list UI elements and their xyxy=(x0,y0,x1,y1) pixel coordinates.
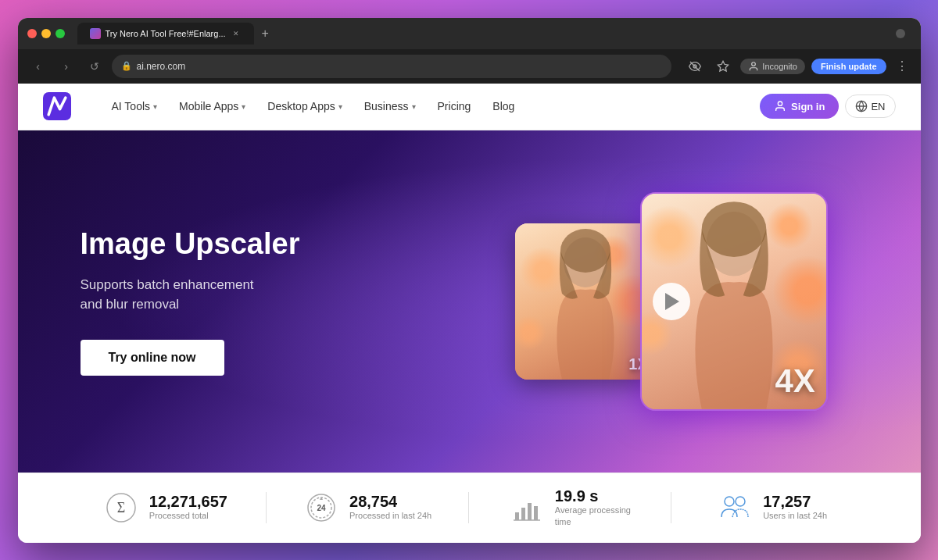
hero-right: 1X xyxy=(485,192,858,411)
svg-rect-19 xyxy=(528,503,532,520)
tab-favicon xyxy=(90,28,101,39)
chevron-down-icon: ▾ xyxy=(412,102,416,111)
svg-marker-2 xyxy=(718,61,729,71)
stats-bar: Σ 12,271,657 Processed total 24 xyxy=(18,473,921,543)
browser-window: Try Nero AI Tool Free!#Enlarg... ✕ + ‹ ›… xyxy=(18,18,921,543)
url-bar[interactable]: 🔒 ai.nero.com xyxy=(112,55,672,78)
traffic-lights xyxy=(27,29,65,38)
stat-number-users: 17,257 xyxy=(763,493,827,510)
back-button[interactable]: ‹ xyxy=(27,55,49,77)
signin-button[interactable]: Sign in xyxy=(760,94,839,119)
minimize-traffic-light[interactable] xyxy=(41,29,51,38)
sigma-icon: Σ xyxy=(104,490,138,525)
nav-right: Sign in EN xyxy=(760,94,895,119)
arrow-overlay xyxy=(653,283,690,320)
incognito-label: Incognito xyxy=(762,62,797,71)
nav-links: AI Tools ▾ Mobile Apps ▾ Desktop Apps ▾ … xyxy=(102,94,736,119)
nav-item-mobile-apps[interactable]: Mobile Apps ▾ xyxy=(170,94,255,119)
hero-subtitle: Supports batch enhancementand blur remov… xyxy=(81,275,454,315)
more-options-button[interactable]: ⋮ xyxy=(893,59,911,73)
eye-button[interactable] xyxy=(684,55,706,77)
chevron-down-icon: ▾ xyxy=(242,102,245,111)
users-icon xyxy=(718,490,752,525)
maximize-traffic-light[interactable] xyxy=(55,29,65,38)
image-comparison: 1X xyxy=(515,192,828,411)
stat-processed-total: Σ 12,271,657 Processed total xyxy=(65,490,267,525)
nav-item-desktop-apps[interactable]: Desktop Apps ▾ xyxy=(258,94,351,119)
browser-actions: Incognito Finish update ⋮ xyxy=(684,55,911,77)
stat-label-24h: Processed in last 24h xyxy=(349,510,431,522)
chart-icon xyxy=(510,490,544,525)
svg-rect-18 xyxy=(521,508,525,520)
address-bar: ‹ › ↺ 🔒 ai.nero.com xyxy=(18,49,921,84)
close-traffic-light[interactable] xyxy=(27,29,37,38)
svg-point-3 xyxy=(752,62,756,66)
stat-number-avg-time: 19.9 s xyxy=(555,487,631,505)
svg-point-5 xyxy=(778,102,782,105)
tab-title: Try Nero AI Tool Free!#Enlarg... xyxy=(106,29,226,38)
finish-update-button[interactable]: Finish update xyxy=(811,59,886,74)
svg-point-9 xyxy=(560,229,610,273)
title-bar: Try Nero AI Tool Free!#Enlarg... ✕ + xyxy=(18,18,921,49)
svg-text:Σ: Σ xyxy=(117,500,125,515)
nav-item-pricing[interactable]: Pricing xyxy=(428,94,481,119)
chevron-down-icon: ▾ xyxy=(338,102,342,111)
website-content: AI Tools ▾ Mobile Apps ▾ Desktop Apps ▾ … xyxy=(18,84,921,543)
hero-left: Image Upscaler Supports batch enhancemen… xyxy=(81,226,454,376)
stat-number-total: 12,271,657 xyxy=(149,493,227,510)
image-4x-label: 4X xyxy=(775,362,814,400)
incognito-badge[interactable]: Incognito xyxy=(740,59,805,74)
user-icon xyxy=(774,100,786,112)
hero-title: Image Upscaler xyxy=(81,226,454,262)
nav-item-ai-tools[interactable]: AI Tools ▾ xyxy=(102,94,167,119)
stat-users-24h: 17,257 Users in last 24h xyxy=(671,490,874,525)
svg-rect-17 xyxy=(515,512,519,520)
play-arrow-icon xyxy=(665,293,679,310)
lock-icon: 🔒 xyxy=(121,61,132,71)
nero-ai-logo xyxy=(43,92,71,120)
hero-section: Image Upscaler Supports batch enhancemen… xyxy=(18,130,921,473)
site-nav: AI Tools ▾ Mobile Apps ▾ Desktop Apps ▾ … xyxy=(18,84,921,130)
stat-processed-24h: 24 28,754 Processed in last 24h xyxy=(267,490,469,525)
active-tab[interactable]: Try Nero AI Tool Free!#Enlarg... ✕ xyxy=(77,23,254,45)
stat-label-users: Users in last 24h xyxy=(763,510,827,522)
try-online-button[interactable]: Try online now xyxy=(81,340,224,376)
nav-item-blog[interactable]: Blog xyxy=(483,94,524,119)
svg-rect-20 xyxy=(534,506,538,520)
logo[interactable] xyxy=(43,92,71,120)
svg-text:24: 24 xyxy=(317,504,326,512)
stat-avg-time: 19.9 s Average processingtime xyxy=(469,487,671,529)
language-button[interactable]: EN xyxy=(845,95,895,118)
stat-label-avg-time: Average processingtime xyxy=(555,505,631,529)
tab-close-button[interactable]: ✕ xyxy=(231,28,242,39)
image-1x: 1X xyxy=(515,223,656,380)
browser-chrome: Try Nero AI Tool Free!#Enlarg... ✕ + ‹ ›… xyxy=(18,18,921,84)
window-option[interactable] xyxy=(896,29,905,38)
clock24-icon: 24 xyxy=(304,490,338,525)
nav-item-business[interactable]: Business ▾ xyxy=(355,94,425,119)
new-tab-button[interactable]: + xyxy=(256,27,275,41)
svg-point-23 xyxy=(736,497,745,506)
reload-button[interactable]: ↺ xyxy=(84,55,106,77)
stat-label-total: Processed total xyxy=(149,510,227,522)
chevron-down-icon: ▾ xyxy=(153,102,157,111)
star-button[interactable] xyxy=(712,55,734,77)
svg-point-11 xyxy=(701,202,766,257)
stat-number-24h: 28,754 xyxy=(349,493,431,510)
forward-button[interactable]: › xyxy=(55,55,77,77)
globe-icon xyxy=(855,100,868,112)
svg-point-22 xyxy=(725,497,734,506)
url-text: ai.nero.com xyxy=(137,61,186,72)
